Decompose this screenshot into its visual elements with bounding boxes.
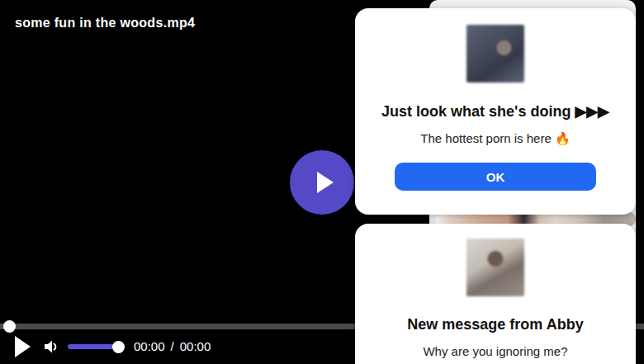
promo-heading: Just look what she's doing ▶▶▶ (381, 102, 609, 121)
message-heading: New message from Abby (407, 316, 583, 333)
video-page: some fun in the woods.mp4 00:00 / 00:00 … (0, 0, 644, 364)
volume-handle[interactable] (112, 341, 125, 353)
promo-popup: Just look what she's doing ▶▶▶ The hotte… (355, 8, 636, 215)
video-title: some fun in the woods.mp4 (15, 16, 195, 31)
progress-handle[interactable] (3, 320, 16, 333)
promo-subtext: The hottest porn is here 🔥 (420, 131, 570, 146)
promo-thumbnail-image[interactable] (466, 25, 524, 83)
ok-button[interactable]: OK (395, 163, 596, 191)
message-subtext: Why are you ignoring me? (423, 344, 567, 358)
volume-button[interactable] (41, 337, 61, 357)
play-icon (317, 172, 334, 193)
play-button[interactable] (15, 336, 31, 357)
current-time: 00:00 (134, 339, 165, 353)
big-play-button[interactable] (290, 150, 354, 215)
time-display: 00:00 / 00:00 (134, 339, 211, 353)
volume-icon (41, 337, 61, 357)
time-separator: / (171, 339, 174, 353)
message-popup: New message from Abby Why are you ignori… (355, 224, 636, 364)
message-thumbnail-image[interactable] (466, 239, 524, 296)
duration: 00:00 (180, 339, 211, 353)
